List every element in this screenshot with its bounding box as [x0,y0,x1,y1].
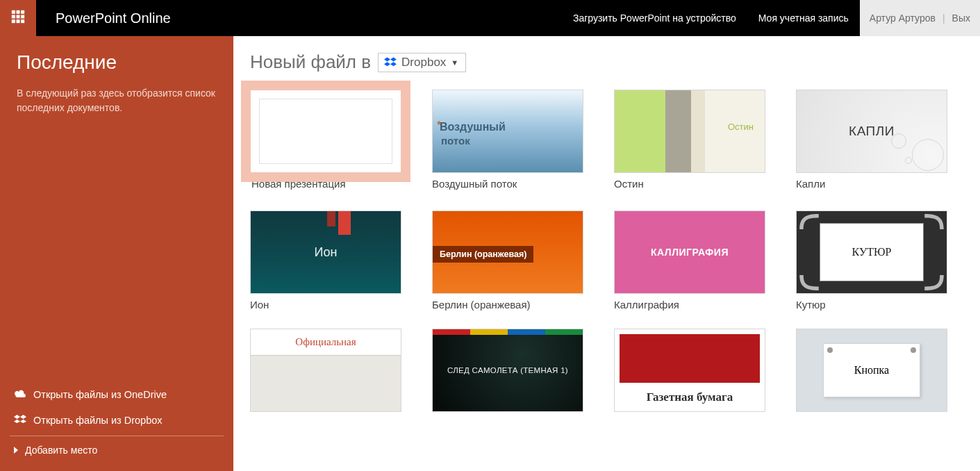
template-label: Капли [796,178,947,190]
template-label: Кутюр [796,299,947,311]
svg-rect-5 [21,15,24,19]
svg-rect-2 [21,10,24,14]
template-thumb: КУТЮР [796,210,947,294]
open-dropbox-label: Открыть файлы из Dropbox [33,415,163,426]
template-tile-austin[interactable]: Остин Остин [614,90,765,192]
thumb-text: Берлин (оранжевая) [433,246,533,263]
template-tile-air[interactable]: * Воздушный поток Воздушный поток [432,90,583,192]
topbar: PowerPoint Online Загрузить PowerPoint н… [0,0,980,36]
location-label: Dropbox [401,56,446,69]
sidebar-actions: Открыть файлы из OneDrive Открыть файлы … [0,381,233,471]
template-label: Каллиграфия [614,299,765,311]
location-dropdown[interactable]: Dropbox ▼ [378,53,466,72]
template-grid: Новая презентация * Воздушный поток Возд… [250,90,963,417]
thumb-text: Ион [315,245,338,260]
template-tile-trail[interactable]: СЛЕД САМОЛЕТА (ТЕМНАЯ 1) [432,329,583,417]
thumb-text: Остин [728,122,754,132]
body: Последние В следующий раз здесь отобрази… [0,36,980,471]
waffle-icon [11,10,25,26]
dropbox-icon [384,57,397,68]
thumb-text: КУТЮР [852,246,892,258]
template-thumb: КАЛЛИГРАФИЯ [614,210,765,294]
cloud-icon [14,388,26,400]
template-tile-official[interactable]: Официальная [250,329,401,417]
open-onedrive-label: Открыть файлы из OneDrive [33,389,167,400]
template-thumb: КАПЛИ [796,90,947,173]
template-label: Ион [250,299,401,311]
template-thumb: Кнопка [796,329,947,412]
thumb-text: КАЛЛИГРАФИЯ [651,247,729,258]
thumb-text: Официальная [295,336,356,348]
template-thumb: Официальная [250,329,401,412]
template-thumb: Газетная бумага [614,329,765,412]
chevron-down-icon: ▼ [451,58,458,67]
new-file-heading: Новый файл в Dropbox ▼ [250,51,963,73]
app-title: PowerPoint Online [56,10,171,26]
separator: | [942,13,945,24]
svg-rect-0 [12,10,15,14]
template-thumb: Берлин (оранжевая) [432,210,583,294]
new-file-label: Новый файл в [250,51,371,73]
template-thumb: * Воздушный поток [432,90,583,173]
thumb-text: поток [441,135,470,147]
recent-empty-message: В следующий раз здесь отобразится список… [17,86,217,115]
thumb-text: СЛЕД САМОЛЕТА (ТЕМНАЯ 1) [447,366,568,374]
spacer [0,115,233,381]
svg-rect-7 [17,19,20,23]
template-tile-newspaper[interactable]: Газетная бумага [614,329,765,417]
template-tile-ion[interactable]: Ион Ион [250,210,401,311]
thumb-text: КАПЛИ [849,124,895,139]
template-tile-blank[interactable]: Новая презентация [250,90,401,190]
template-label: Остин [614,178,765,190]
thumb-text: Воздушный [440,121,506,133]
user-section: Артур Артуров | Вых [860,0,980,36]
sign-out-link[interactable]: Вых [952,13,970,24]
open-dropbox-button[interactable]: Открыть файлы из Dropbox [10,407,224,433]
svg-rect-8 [21,19,24,23]
template-label: Новая презентация [250,178,401,190]
add-place-label: Добавить место [25,445,97,456]
template-thumb [250,90,401,173]
template-tile-couture[interactable]: КУТЮР Кутюр [796,210,947,311]
svg-rect-1 [17,10,20,14]
main-area: Новый файл в Dropbox ▼ Новая презентация… [233,36,980,471]
open-onedrive-button[interactable]: Открыть файлы из OneDrive [10,381,224,407]
template-tile-button[interactable]: Кнопка [796,329,947,417]
dropbox-icon [14,414,26,426]
template-thumb: Ион [250,210,401,294]
app-root: PowerPoint Online Загрузить PowerPoint н… [0,0,980,471]
sidebar: Последние В следующий раз здесь отобрази… [0,36,233,471]
add-place-button[interactable]: Добавить место [10,436,224,463]
sidebar-recent: Последние В следующий раз здесь отобрази… [0,36,233,115]
caret-right-icon [14,447,18,454]
svg-rect-3 [12,15,15,19]
svg-rect-6 [12,19,15,23]
template-label: Воздушный поток [432,178,583,190]
user-name[interactable]: Артур Артуров [870,13,936,24]
template-label: Берлин (оранжевая) [432,299,583,311]
template-tile-calligraphy[interactable]: КАЛЛИГРАФИЯ Каллиграфия [614,210,765,311]
app-launcher-button[interactable] [0,0,36,36]
template-tile-berlin[interactable]: Берлин (оранжевая) Берлин (оранжевая) [432,210,583,311]
thumb-text: Кнопка [854,364,889,377]
account-link[interactable]: Моя учетная запись [747,0,860,36]
thumb-text: Газетная бумага [620,390,760,404]
template-thumb: Остин [614,90,765,173]
recent-heading: Последние [17,51,217,74]
template-tile-drops[interactable]: КАПЛИ Капли [796,90,947,192]
template-thumb: СЛЕД САМОЛЕТА (ТЕМНАЯ 1) [432,329,583,412]
download-link[interactable]: Загрузить PowerPoint на устройство [562,0,747,36]
svg-rect-4 [17,15,20,19]
